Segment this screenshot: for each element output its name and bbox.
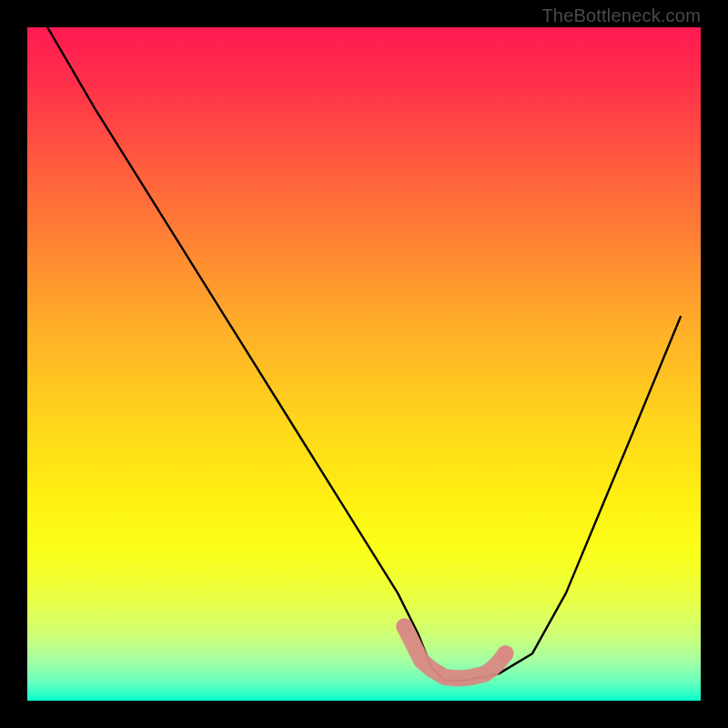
chart-plot-area [27,27,701,701]
optimal-range-highlight [396,619,513,679]
chart-frame: TheBottleneck.com [0,0,728,728]
svg-point-1 [497,645,513,662]
svg-point-0 [396,619,412,635]
bottleneck-curve [47,27,681,681]
chart-svg [27,27,701,701]
watermark-text: TheBottleneck.com [541,5,701,26]
